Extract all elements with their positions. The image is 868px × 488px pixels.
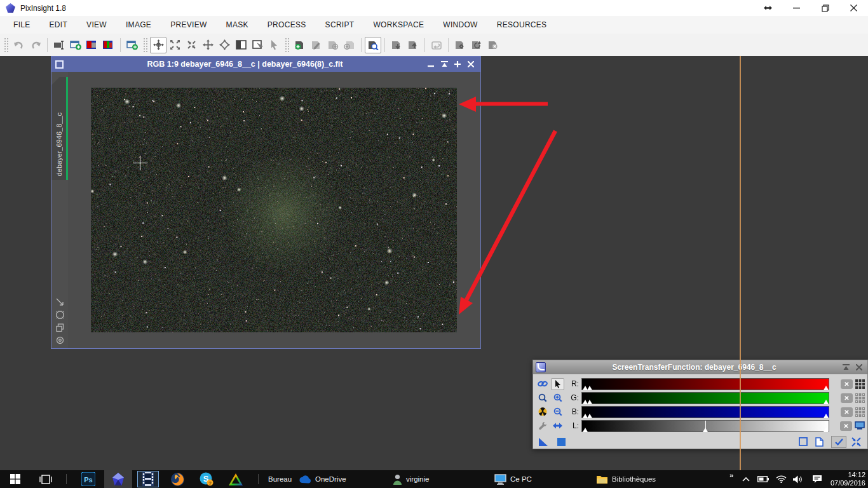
- red-highlight-handle[interactable]: [824, 386, 829, 390]
- onedrive-toolbar[interactable]: OneDrive: [299, 470, 346, 488]
- menu-process[interactable]: PROCESS: [258, 17, 316, 33]
- new-process-icon-button[interactable]: [292, 37, 308, 53]
- start-button[interactable]: [3, 470, 28, 488]
- lum-midtone-handle[interactable]: [703, 428, 708, 432]
- zoom-11-button[interactable]: [536, 392, 549, 404]
- clone-process-button[interactable]: [325, 37, 341, 53]
- cursor-arrow-icon[interactable]: [266, 37, 282, 53]
- blue-midtone-handle[interactable]: [587, 414, 592, 418]
- zoom-in-out-button[interactable]: [183, 37, 200, 53]
- blue-highlight-handle[interactable]: [824, 414, 829, 418]
- menu-resources[interactable]: RESOURCES: [487, 17, 557, 33]
- selection-frame-icon[interactable]: [56, 311, 64, 319]
- menu-file[interactable]: FILE: [4, 17, 40, 33]
- image-shade-button[interactable]: [440, 60, 449, 69]
- revert-process-button[interactable]: [428, 37, 445, 53]
- new-image-button[interactable]: [67, 37, 84, 53]
- libraries-toolbar[interactable]: Bibliothèques: [596, 470, 656, 488]
- process-explorer-button[interactable]: [365, 37, 381, 53]
- load-process-button[interactable]: [388, 37, 405, 53]
- new-preview-button[interactable]: [124, 37, 140, 53]
- edit-mode-button[interactable]: [551, 378, 564, 390]
- split-view-button[interactable]: [233, 37, 249, 53]
- pan-mode-button[interactable]: [150, 37, 166, 53]
- track-view-checkbox[interactable]: [831, 436, 846, 448]
- view-tab-mainview[interactable]: debayer_6946_8__c: [51, 77, 68, 180]
- reset-luminance-button[interactable]: ✕: [840, 421, 852, 431]
- undo-button[interactable]: [11, 37, 27, 53]
- zoom-to-fit-button[interactable]: [166, 37, 183, 53]
- tray-expand-chevron[interactable]: [738, 470, 754, 488]
- image-window[interactable]: RGB 1:9 debayer_6946_8__c | debayer_6946…: [51, 56, 481, 349]
- user-folder-toolbar[interactable]: virginie: [393, 470, 429, 488]
- setup-wrench-button[interactable]: [536, 420, 549, 432]
- taskbar-skype-button[interactable]: S?: [193, 470, 220, 488]
- stf-close-button[interactable]: [856, 364, 862, 370]
- bureau-toolbar[interactable]: Bureau: [264, 470, 292, 488]
- link-rgb-button[interactable]: [536, 378, 549, 390]
- taskbar-clock[interactable]: 14:12 07/09/2016: [831, 471, 865, 487]
- close-button[interactable]: [839, 0, 868, 16]
- autostretch-button[interactable]: [536, 406, 549, 418]
- stf-titlebar[interactable]: ScreenTransferFunction: debayer_6946_8__…: [533, 360, 867, 374]
- color-spaces-button[interactable]: [84, 37, 100, 53]
- red-midtone-handle[interactable]: [587, 386, 592, 390]
- reset-red-button[interactable]: ✕: [841, 379, 853, 389]
- blue-grid-icon[interactable]: [855, 407, 865, 417]
- reset-green-button[interactable]: ✕: [841, 393, 853, 403]
- menu-preview[interactable]: PREVIEW: [161, 17, 216, 33]
- apply-square-button[interactable]: [557, 438, 566, 446]
- image-viewport[interactable]: [68, 72, 480, 348]
- toolbar-overflow-chevron[interactable]: »: [726, 466, 733, 484]
- green-highlight-handle[interactable]: [824, 400, 829, 404]
- save-process-button[interactable]: [405, 37, 421, 53]
- image-window-system-icon[interactable]: [55, 60, 64, 69]
- pc-toolbar[interactable]: Ce PC: [494, 470, 532, 488]
- taskbar-firefox-button[interactable]: [164, 470, 191, 488]
- menu-script[interactable]: SCRIPT: [316, 17, 364, 33]
- close-process-button[interactable]: [485, 37, 501, 53]
- reset-blue-button[interactable]: ✕: [841, 407, 853, 417]
- battery-icon[interactable]: [755, 470, 771, 488]
- taskbar-photoshop-button[interactable]: Ps: [75, 470, 102, 488]
- edit-instance-button[interactable]: [799, 437, 808, 446]
- stf-bar-luminance[interactable]: [581, 420, 829, 432]
- menu-image[interactable]: IMAGE: [116, 17, 161, 33]
- display-monitor-icon[interactable]: [855, 421, 865, 430]
- wifi-icon[interactable]: [773, 470, 789, 488]
- volume-icon[interactable]: [789, 470, 807, 488]
- lum-shadow-handle[interactable]: [583, 428, 588, 432]
- restore-button[interactable]: [811, 0, 839, 16]
- color-channels-button[interactable]: [100, 37, 117, 53]
- stf-shade-button[interactable]: [843, 364, 850, 370]
- menu-window[interactable]: WINDOW: [433, 17, 487, 33]
- taskbar-moviemaker-button[interactable]: [137, 471, 159, 487]
- process-settings-button[interactable]: [452, 37, 468, 53]
- image-maximize-button[interactable]: [453, 60, 462, 69]
- taskbar-pixinsight-button[interactable]: [104, 470, 132, 488]
- stf-bar-blue[interactable]: [581, 406, 829, 418]
- new-instance-triangle[interactable]: [538, 437, 548, 447]
- fit-view-button[interactable]: [200, 37, 216, 53]
- reset-dialog-button[interactable]: [851, 437, 861, 447]
- documentation-button[interactable]: [815, 437, 824, 447]
- reload-process-button[interactable]: [468, 37, 485, 53]
- image-window-titlebar[interactable]: RGB 1:9 debayer_6946_8__c | debayer_6946…: [51, 57, 480, 72]
- zoom-out-button[interactable]: [551, 406, 564, 418]
- lum-highlight-handle[interactable]: [824, 428, 829, 432]
- toolbar-grip[interactable]: [4, 37, 8, 53]
- menu-view[interactable]: VIEW: [77, 17, 116, 33]
- rename-image-button[interactable]: [51, 37, 67, 53]
- menu-workspace[interactable]: WORKSPACE: [363, 17, 433, 33]
- starfield-image[interactable]: [91, 88, 457, 332]
- green-grid-icon[interactable]: [855, 393, 865, 403]
- add-process-button[interactable]: [341, 37, 358, 53]
- duplicate-view-icon[interactable]: [56, 323, 64, 332]
- zoom-in-button[interactable]: [551, 392, 564, 404]
- minimize-button[interactable]: [782, 0, 811, 16]
- action-center-icon[interactable]: [808, 470, 826, 488]
- stf-dialog[interactable]: ScreenTransferFunction: debayer_6946_8__…: [532, 360, 868, 449]
- readout-range-button[interactable]: [551, 420, 564, 432]
- task-view-button[interactable]: [33, 470, 58, 488]
- menu-mask[interactable]: MASK: [217, 17, 258, 33]
